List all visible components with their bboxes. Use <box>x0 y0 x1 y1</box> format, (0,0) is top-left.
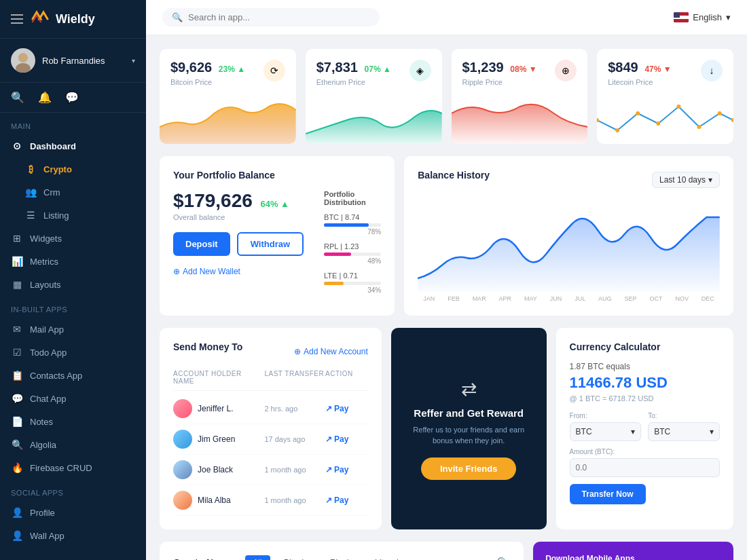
svg-point-1 <box>16 63 31 73</box>
avatar <box>173 430 192 449</box>
sidebar-item-firebase[interactable]: 🔥Firebase CRUD <box>0 456 146 479</box>
sidebar-item-crypto[interactable]: ₿ Crypto <box>0 157 146 181</box>
search-icon[interactable]: 🔍 <box>11 91 24 104</box>
sidebar-item-contacts[interactable]: 📋Contacts App <box>0 364 146 387</box>
search-icon: 🔍 <box>172 12 183 22</box>
refer-desc: Reffer us to your friends and earn bonus… <box>405 424 533 447</box>
chat-icon[interactable]: 💬 <box>65 91 79 104</box>
sidebar-item-layouts[interactable]: ▦ Layouts <box>0 273 146 296</box>
portfolio-distribution: Portfolio Distribution BTC | 8.74 78% RP… <box>324 190 381 301</box>
news-card: Crypto News All Bitcoin Ripple Litecoin … <box>160 542 524 560</box>
download-title: Download Mobile Apps <box>545 554 721 560</box>
deposit-button[interactable]: Deposit <box>173 232 230 256</box>
news-search-icon[interactable]: 🔍 <box>496 557 510 561</box>
calc-amount-input[interactable] <box>570 458 720 477</box>
metrics-icon: 📊 <box>11 256 23 267</box>
filter-tab-bitcoin[interactable]: Bitcoin <box>276 555 316 560</box>
sidebar-item-listing[interactable]: ☰ Listing <box>0 204 146 227</box>
invite-button[interactable]: Invite Friends <box>421 458 517 480</box>
section-social: Social Apps <box>0 479 146 501</box>
sidebar-item-wallapp[interactable]: 👤Wall App <box>0 524 146 547</box>
bottom-row: Send Money To ⊕ Add New Account ACCOUNT … <box>160 328 733 529</box>
sidebar-item-metrics[interactable]: 📊 Metrics <box>0 250 146 273</box>
sidebar-item-dashboard[interactable]: ⊙ Dashboard <box>0 134 146 157</box>
download-card: Download Mobile Apps Now, your account i… <box>533 542 733 560</box>
dashboard-icon: ⊙ <box>11 141 23 151</box>
filter-tab-ripple[interactable]: Ripple <box>322 555 361 560</box>
price-card-btc: $9,626 23% ▲ Bitcoin Price ⟳ <box>160 49 296 144</box>
language-selector[interactable]: English ▾ <box>674 12 731 22</box>
withdraw-button[interactable]: Withdraw <box>237 232 304 256</box>
user-name: Rob Farnandies <box>42 56 105 66</box>
rpl-label: Ripple Price <box>462 78 537 86</box>
filter-tab-litecoin[interactable]: Litecoin <box>367 555 411 560</box>
plus-icon: ⊕ <box>294 347 301 356</box>
calc-subtitle: 1.87 BTC equals <box>570 362 720 371</box>
pay-button[interactable]: ↗ Pay <box>325 434 368 444</box>
calc-to-select[interactable]: BTC ▾ <box>648 422 720 441</box>
svg-point-7 <box>697 125 702 129</box>
sidebar-item-algolia[interactable]: 🔍Algolia <box>0 433 146 456</box>
bell-icon[interactable]: 🔔 <box>38 91 52 104</box>
sidebar-item-todo[interactable]: ☑Todo App <box>0 341 146 364</box>
contacts-icon: 📋 <box>11 370 23 381</box>
search-input[interactable] <box>188 12 370 22</box>
filter-tab-all[interactable]: All <box>245 555 270 560</box>
period-selector[interactable]: Last 10 days ▾ <box>652 172 720 188</box>
btc-label: Bitcoin Price <box>170 78 245 86</box>
pay-button[interactable]: ↗ Pay <box>325 404 368 413</box>
sidebar-item-label: Crm <box>43 187 60 198</box>
calc-title: Currency Calculator <box>570 341 720 352</box>
pay-button[interactable]: ↗ Pay <box>325 496 368 505</box>
btc-icon: ⟳ <box>263 60 285 81</box>
ltc-label: Litecoin Price <box>608 78 671 86</box>
table-row: Joe Black 1 month ago ↗ Pay <box>173 455 368 485</box>
algolia-icon: 🔍 <box>11 439 23 450</box>
add-wallet-link[interactable]: ⊕ Add New Wallet <box>173 267 304 276</box>
table-row: Jim Green 17 days ago ↗ Pay <box>173 424 368 455</box>
balance-chart <box>418 197 720 292</box>
svg-point-3 <box>615 128 619 132</box>
todo-icon: ☑ <box>11 347 23 358</box>
sidebar-item-chat[interactable]: 💬Chat App <box>0 387 146 410</box>
portfolio-buttons: Deposit Withdraw <box>173 232 304 256</box>
topbar: 🔍 English ▾ <box>146 0 747 35</box>
send-money-card: Send Money To ⊕ Add New Account ACCOUNT … <box>160 328 382 529</box>
calc-from-select[interactable]: BTC ▾ <box>570 422 642 441</box>
sidebar-item-label: Widgets <box>30 234 62 244</box>
send-header: Send Money To ⊕ Add New Account <box>173 341 368 362</box>
account-info: Joe Black <box>173 460 264 479</box>
hamburger-menu[interactable] <box>11 14 23 24</box>
eth-change: 07% ▲ <box>365 64 391 74</box>
sidebar-item-widgets[interactable]: ⊞ Widgets <box>0 227 146 250</box>
sidebar-item-profile[interactable]: 👤Profile <box>0 501 146 524</box>
svg-point-6 <box>677 105 681 109</box>
avatar <box>11 48 35 73</box>
user-profile[interactable]: Rob Farnandies ▾ <box>0 39 146 83</box>
chevron-down-icon: ▾ <box>710 427 714 436</box>
avatar <box>173 460 192 479</box>
sidebar-icon-row: 🔍 🔔 💬 <box>0 83 146 113</box>
logo-icon <box>30 10 49 29</box>
add-account-link[interactable]: ⊕ Add New Account <box>294 347 368 356</box>
profile-icon: 👤 <box>11 507 23 518</box>
rpl-change: 08% ▼ <box>510 64 536 74</box>
transfer-button[interactable]: Transfer Now <box>570 484 646 504</box>
section-inbuilt: In-built Apps <box>0 296 146 318</box>
widgets-icon: ⊞ <box>11 233 23 244</box>
search-box[interactable]: 🔍 <box>162 8 380 26</box>
filter-tabs: All Bitcoin Ripple Litecoin <box>245 555 490 560</box>
sidebar-item-label: Layouts <box>30 280 61 290</box>
period-label: Last 10 days <box>659 175 706 185</box>
calc-rate: @ 1 BTC = 6718.72 USD <box>570 394 720 403</box>
avatar <box>173 491 192 510</box>
notes-icon: 📄 <box>11 416 23 427</box>
mail-icon: ✉ <box>11 324 23 335</box>
sidebar-item-crm[interactable]: 👥 Crm <box>0 181 146 204</box>
pay-button[interactable]: ↗ Pay <box>325 465 368 474</box>
sidebar-item-mail[interactable]: ✉Mail App <box>0 318 146 341</box>
calc-to-field: To: BTC ▾ <box>648 412 720 441</box>
sidebar-item-notes[interactable]: 📄Notes <box>0 410 146 433</box>
btc-chart <box>160 100 296 144</box>
balance-title: Balance History <box>418 170 490 181</box>
